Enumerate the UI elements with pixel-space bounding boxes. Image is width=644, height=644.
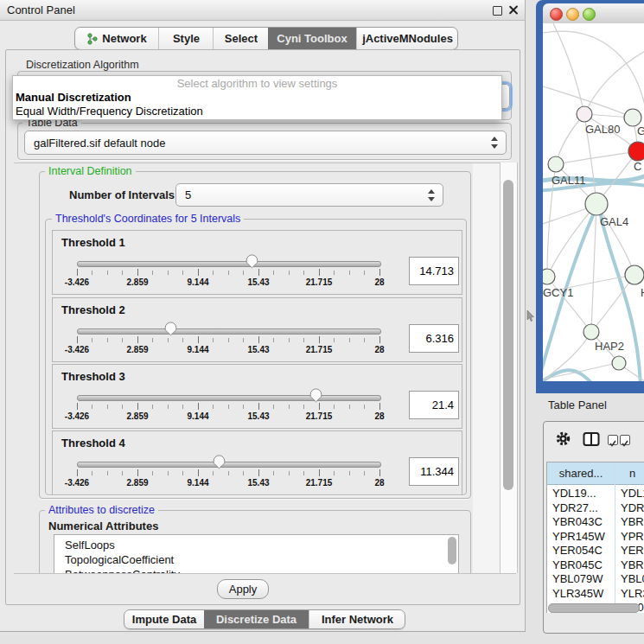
threshold-2-value-field[interactable]: 6.316	[409, 324, 459, 353]
network-node[interactable]	[624, 109, 641, 126]
list-item[interactable]: BetweennessCentrality	[54, 567, 458, 573]
slider-track[interactable]	[77, 462, 381, 468]
settings-vertical-scrollbar[interactable]	[500, 163, 518, 573]
zoom-traffic-light[interactable]	[583, 8, 596, 21]
network-node[interactable]	[585, 193, 608, 215]
checkbox-icon[interactable]	[608, 435, 618, 445]
list-item[interactable]: TopologicalCoefficient	[54, 552, 458, 567]
tab-impute-data[interactable]: Impute Data	[124, 610, 204, 628]
slider-tick-label: 21.715	[297, 345, 341, 354]
table-row[interactable]: YBL079WYBL0	[547, 571, 644, 586]
network-node[interactable]	[612, 356, 626, 370]
list-item[interactable]: SelfLoops	[54, 538, 458, 552]
network-edge[interactable]	[543, 370, 595, 381]
slider-thumb[interactable]	[245, 254, 258, 269]
column-header-shared-name[interactable]: shared...	[547, 462, 615, 485]
table-cell[interactable]: YDR27...	[552, 501, 598, 515]
threshold-2-slider[interactable]: -3.4262.8599.14415.4321.71528	[53, 298, 462, 361]
numerical-attributes-list[interactable]: SelfLoopsTopologicalCoefficientBetweenne…	[54, 534, 459, 573]
tab-network[interactable]: Network	[75, 28, 158, 49]
table-cell[interactable]: YER0	[621, 543, 644, 558]
table-row[interactable]: YBR043CYBR0	[547, 514, 644, 529]
network-node[interactable]	[628, 142, 644, 161]
table-row[interactable]: YBR045CYBR0	[547, 558, 644, 572]
table-cell[interactable]: YER054C	[552, 543, 603, 558]
popup-option-manual-discretization[interactable]: Manual Discretization	[13, 91, 501, 105]
network-view-titlebar[interactable]	[543, 3, 644, 24]
threshold-4-slider[interactable]: -3.4262.8599.14415.4321.71528	[53, 431, 462, 494]
slider-major-tick	[258, 336, 259, 343]
control-panel-titlebar[interactable]: Control Panel	[0, 0, 525, 21]
slider-thumb[interactable]	[164, 322, 177, 336]
tab-cyni-toolbox[interactable]: Cyni Toolbox	[268, 28, 356, 49]
slider-thumb[interactable]	[309, 388, 322, 403]
network-canvas[interactable]: GAL80GACGAL11GAL4GCY1HHAP2	[543, 23, 644, 381]
threshold-3-slider[interactable]: -3.4262.8599.14415.4321.71528	[53, 365, 462, 428]
float-window-icon[interactable]	[493, 6, 502, 16]
table-cell[interactable]: YBL079W	[552, 571, 603, 586]
table-cell[interactable]: YDL1	[621, 486, 644, 501]
slider-track[interactable]	[77, 328, 381, 335]
tab-discretize-data[interactable]: Discretize Data	[204, 610, 309, 628]
threshold-1-slider[interactable]: -3.4262.8599.14415.4321.71528	[53, 231, 462, 294]
tab-infer-network[interactable]: Infer Network	[309, 610, 405, 628]
threshold-1-value-field[interactable]: 14.713	[409, 257, 459, 285]
network-edge[interactable]	[556, 151, 638, 164]
table-cell[interactable]: YBL0	[621, 571, 644, 586]
table-cell[interactable]: YLR3	[621, 586, 644, 601]
network-edge[interactable]	[591, 204, 596, 332]
tab-style[interactable]: Style	[158, 28, 214, 49]
tab-select[interactable]: Select	[213, 28, 269, 49]
table-cell[interactable]: YDR2	[621, 501, 644, 515]
network-edge[interactable]	[584, 50, 644, 114]
gear-icon[interactable]	[555, 430, 571, 447]
slider-major-tick	[137, 336, 138, 343]
slider-major-tick	[258, 269, 259, 276]
network-edge[interactable]	[556, 114, 584, 164]
table-cell[interactable]: YBR0	[621, 558, 644, 572]
table-row[interactable]: YPR145WYPR1	[547, 529, 644, 544]
table-row[interactable]: YLR345WYLR3	[547, 586, 644, 601]
tab-label: Impute Data	[132, 613, 196, 626]
table-cell[interactable]: YBR0	[621, 514, 644, 529]
table-cell[interactable]: YPR1	[621, 529, 644, 544]
column-header-name[interactable]: n	[615, 462, 644, 485]
intervals-combobox[interactable]: 5	[175, 183, 443, 207]
checkbox-icon[interactable]	[620, 435, 630, 445]
network-node[interactable]	[625, 265, 644, 284]
split-columns-icon[interactable]	[583, 431, 600, 447]
scrollbar-thumb[interactable]	[503, 180, 513, 490]
table-row[interactable]: YDR27...YDR2	[547, 501, 644, 515]
network-node[interactable]	[548, 156, 564, 172]
slider-minor-tick	[364, 405, 365, 409]
table-cell[interactable]: YBR045C	[552, 558, 603, 572]
table-cell[interactable]: YDL19...	[552, 486, 596, 501]
table-cell[interactable]: YPR145W	[552, 529, 605, 544]
network-edge[interactable]	[543, 31, 644, 105]
network-edge[interactable]	[553, 23, 584, 114]
slider-thumb[interactable]	[213, 455, 226, 469]
minimize-traffic-light[interactable]	[566, 8, 579, 21]
table-cell[interactable]: YBR043C	[552, 514, 603, 529]
apply-button[interactable]: Apply	[217, 579, 269, 599]
slider-major-tick	[77, 269, 78, 276]
network-edge[interactable]	[599, 207, 641, 381]
table-cell[interactable]: YLR345W	[552, 586, 603, 601]
threshold-3-value-field[interactable]: 21.4	[409, 391, 459, 419]
close-traffic-light[interactable]	[550, 8, 563, 21]
network-node[interactable]	[577, 106, 592, 122]
close-icon[interactable]	[508, 5, 518, 15]
slider-track[interactable]	[77, 395, 381, 401]
list-scrollbar-thumb[interactable]	[448, 537, 456, 564]
slider-major-tick	[77, 469, 78, 476]
table-data-combobox[interactable]: galFiltered.sif default node	[24, 131, 507, 155]
tab-jactivemnodules[interactable]: jActiveMNodules	[356, 28, 458, 49]
threshold-4-value-field[interactable]: 11.344	[409, 457, 459, 486]
table-row[interactable]: YDL19...YDL1	[547, 486, 644, 501]
slider-track[interactable]	[77, 261, 381, 267]
table-row[interactable]: YER054CYER0	[547, 543, 644, 558]
popup-option-equal-width-frequency[interactable]: Equal Width/Frequency Discretization	[13, 105, 501, 118]
network-node[interactable]	[543, 269, 555, 284]
table-horizontal-scrollbar[interactable]	[548, 603, 640, 613]
network-node[interactable]	[583, 324, 599, 340]
